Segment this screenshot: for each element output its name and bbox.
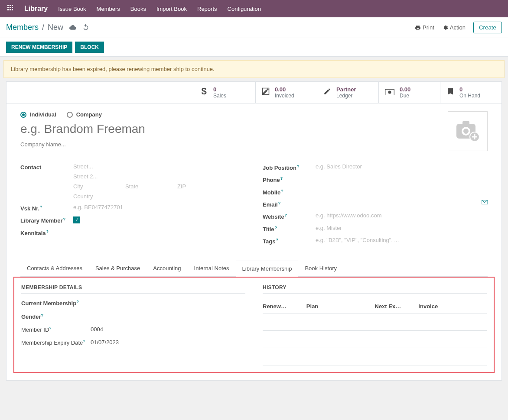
svg-rect-8 xyxy=(12,9,13,10)
nav-reports[interactable]: Reports xyxy=(197,6,217,12)
tab-library-membership[interactable]: Library Membership xyxy=(236,261,299,277)
book-pencil-icon xyxy=(323,87,331,97)
tab-contacts[interactable]: Contacts & Addresses xyxy=(20,260,89,276)
tab-sales[interactable]: Sales & Purchase xyxy=(89,260,147,276)
tab-notes[interactable]: Internal Notes xyxy=(188,260,236,276)
state-input[interactable] xyxy=(125,183,160,190)
svg-rect-3 xyxy=(7,7,9,8)
left-fields: Contact Vsk Nr.? xyxy=(20,163,245,249)
stat-onhand-label: On Hand xyxy=(459,93,480,99)
radio-individual[interactable] xyxy=(20,112,26,118)
vsk-input[interactable] xyxy=(73,204,245,210)
vsk-label: Vsk Nr.? xyxy=(20,204,73,212)
image-upload[interactable] xyxy=(448,111,488,151)
svg-text:$: $ xyxy=(201,87,206,96)
membership-panel: MEMBERSHIP DETAILS Current Membership? G… xyxy=(13,277,495,373)
print-button[interactable]: Print xyxy=(415,24,434,31)
action-button[interactable]: Action xyxy=(442,24,466,31)
cloud-save-icon[interactable] xyxy=(69,24,76,31)
pencil-square-icon xyxy=(262,87,270,97)
membership-details: MEMBERSHIP DETAILS Current Membership? G… xyxy=(21,284,245,365)
gender-label: Gender? xyxy=(21,313,91,320)
expiry-value: 01/07/2023 xyxy=(91,339,119,346)
svg-rect-4 xyxy=(10,7,11,8)
library-member-checkbox[interactable]: ✓ xyxy=(73,216,80,223)
email-input[interactable] xyxy=(316,200,470,207)
block-button[interactable]: BLOCK xyxy=(75,42,104,53)
street-input[interactable] xyxy=(73,163,245,170)
job-input[interactable] xyxy=(316,163,488,170)
company-input[interactable] xyxy=(20,141,319,148)
stat-sales-value: 0 xyxy=(213,86,226,93)
nav-import-book[interactable]: Import Book xyxy=(156,6,187,12)
tab-book-history[interactable]: Book History xyxy=(298,260,343,276)
library-member-label: Library Member? xyxy=(20,216,73,224)
radio-individual-label[interactable]: Individual xyxy=(30,111,56,118)
renew-membership-button[interactable]: RENEW MEMBERSHIP xyxy=(6,42,72,53)
history-col-next[interactable]: Next Ex… xyxy=(375,303,419,310)
stat-due-label: Due xyxy=(400,93,410,99)
history-col-invoice[interactable]: Invoice xyxy=(418,303,487,310)
city-input[interactable] xyxy=(73,183,108,190)
svg-rect-7 xyxy=(10,9,11,10)
history-row-empty[interactable] xyxy=(263,348,487,365)
breadcrumb-current: New xyxy=(48,23,63,32)
kennitala-input[interactable] xyxy=(73,229,245,235)
nav-members[interactable]: Members xyxy=(97,6,120,12)
phone-input[interactable] xyxy=(316,175,488,182)
history-row-empty[interactable] xyxy=(263,313,487,331)
type-radio-group: Individual Company xyxy=(20,111,448,118)
stat-ledger[interactable]: PartnerLedger xyxy=(317,82,378,103)
print-label: Print xyxy=(423,24,434,31)
name-input[interactable] xyxy=(20,122,319,136)
stat-invoiced[interactable]: 0.00Invoiced xyxy=(255,82,317,103)
nav-issue-book[interactable]: Issue Book xyxy=(58,6,86,12)
stat-onhand[interactable]: 0On Hand xyxy=(440,82,501,103)
stat-onhand-value: 0 xyxy=(459,86,480,93)
svg-point-15 xyxy=(463,129,469,134)
member-id-value: 0004 xyxy=(91,326,103,333)
stat-due-value: 0.00 xyxy=(400,86,410,93)
email-label: Email? xyxy=(263,200,316,208)
stat-ledger-value: Partner xyxy=(336,86,356,93)
stat-invoiced-value: 0.00 xyxy=(275,86,294,93)
radio-company[interactable] xyxy=(67,112,73,118)
svg-point-12 xyxy=(388,91,391,94)
dollar-icon: $ xyxy=(200,87,208,98)
nav-configuration[interactable]: Configuration xyxy=(228,6,261,12)
member-id-label: Member ID? xyxy=(21,326,91,333)
stat-sales[interactable]: $ 0Sales xyxy=(194,82,255,103)
toolbar-actions: Print Action Create xyxy=(415,22,502,33)
kennitala-label: Kennitala? xyxy=(20,229,73,236)
brand-label[interactable]: Library xyxy=(24,5,48,13)
tab-accounting[interactable]: Accounting xyxy=(147,260,187,276)
right-fields: Job Position? Phone? Mobile? Email? Webs… xyxy=(263,163,488,249)
svg-rect-5 xyxy=(12,7,13,8)
breadcrumb-root[interactable]: Members xyxy=(6,23,39,32)
title-input[interactable] xyxy=(316,225,488,231)
email-icon[interactable] xyxy=(482,200,488,205)
history-col-renew[interactable]: Renew… xyxy=(263,303,306,310)
svg-rect-2 xyxy=(12,5,13,6)
mobile-label: Mobile? xyxy=(263,188,316,196)
contact-label: Contact xyxy=(20,163,73,200)
zip-input[interactable] xyxy=(177,183,212,190)
stat-due[interactable]: 0.00Due xyxy=(378,82,440,103)
country-input[interactable] xyxy=(73,193,245,200)
create-button[interactable]: Create xyxy=(473,22,502,33)
stat-row: $ 0Sales 0.00Invoiced PartnerLedger 0.00… xyxy=(7,82,501,103)
apps-icon[interactable] xyxy=(7,4,14,13)
tags-input[interactable] xyxy=(316,237,488,243)
discard-icon[interactable] xyxy=(82,23,89,32)
mobile-input[interactable] xyxy=(316,188,488,194)
website-input[interactable] xyxy=(316,212,488,219)
history-row-empty[interactable] xyxy=(263,331,487,348)
radio-company-label[interactable]: Company xyxy=(76,111,102,118)
history-col-plan[interactable]: Plan xyxy=(306,303,375,310)
status-bar: RENEW MEMBERSHIP BLOCK xyxy=(0,38,508,57)
expiry-label: Membership Expiry Date? xyxy=(21,339,91,346)
svg-rect-0 xyxy=(7,5,9,6)
book-icon xyxy=(446,87,454,97)
street2-input[interactable] xyxy=(73,173,245,180)
nav-books[interactable]: Books xyxy=(130,6,146,12)
